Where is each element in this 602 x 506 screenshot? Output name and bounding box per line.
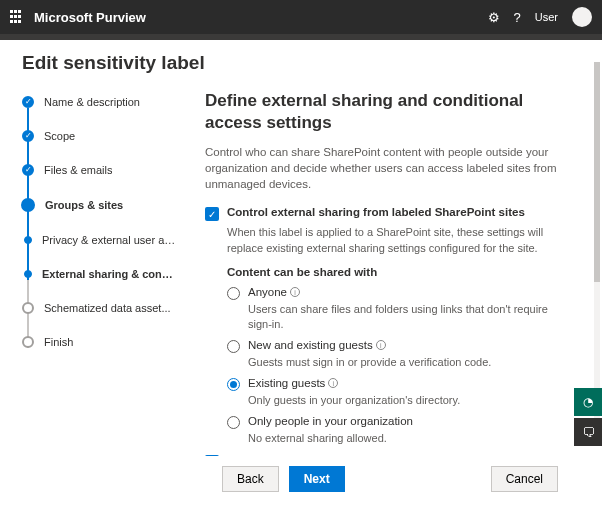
radio-anyone[interactable] [227, 287, 240, 300]
top-bar: Microsoft Purview ⚙ ? User [0, 0, 602, 34]
step-schematized-data[interactable]: Schematized data asset... [22, 302, 187, 336]
step-finish[interactable]: Finish [22, 336, 187, 370]
brand-title: Microsoft Purview [34, 10, 488, 25]
checkbox-azure-ad-conditional[interactable]: ✓ [205, 455, 219, 456]
info-icon[interactable]: i [328, 378, 338, 388]
content-title: Define external sharing and conditional … [205, 90, 572, 134]
help-icon[interactable]: ? [514, 10, 521, 25]
app-launcher-icon[interactable] [10, 10, 24, 24]
step-groups-sites[interactable]: Groups & sites [22, 198, 187, 234]
feedback-tab-icon[interactable]: ◔ [574, 388, 602, 416]
checkbox-label: Control external sharing from labeled Sh… [227, 206, 525, 218]
step-files-emails[interactable]: Files & emails [22, 164, 187, 198]
page-title: Edit sensitivity label [22, 52, 580, 74]
scrollbar[interactable] [594, 62, 600, 422]
checkbox-label-2: Use Azure AD Conditional Access to prote… [227, 454, 572, 456]
radio-existing-guests[interactable] [227, 378, 240, 391]
step-privacy-external[interactable]: Privacy & external user acc... [22, 234, 187, 268]
checkbox-control-external-sharing[interactable]: ✓ [205, 207, 219, 221]
info-icon[interactable]: i [376, 340, 386, 350]
info-icon[interactable]: i [290, 287, 300, 297]
content-pane: Define external sharing and conditional … [187, 90, 580, 456]
gear-icon[interactable]: ⚙ [488, 10, 500, 25]
next-button[interactable]: Next [289, 466, 345, 492]
step-name-description[interactable]: Name & description [22, 96, 187, 130]
wizard-footer: Back Next Cancel [22, 456, 580, 506]
step-scope[interactable]: Scope [22, 130, 187, 164]
chat-tab-icon[interactable]: 🗨 [574, 418, 602, 446]
wizard-stepper: Name & description Scope Files & emails … [22, 90, 187, 456]
avatar[interactable] [572, 7, 592, 27]
radio-group-label: Content can be shared with [227, 266, 572, 278]
content-description: Control who can share SharePoint content… [205, 144, 572, 192]
step-external-sharing[interactable]: External sharing & condit... [22, 268, 187, 302]
cancel-button[interactable]: Cancel [491, 466, 558, 492]
section1-desc: When this label is applied to a SharePoi… [227, 225, 572, 256]
user-label: User [535, 11, 558, 23]
radio-only-org[interactable] [227, 416, 240, 429]
scrollbar-thumb[interactable] [594, 62, 600, 282]
back-button[interactable]: Back [222, 466, 279, 492]
radio-new-existing-guests[interactable] [227, 340, 240, 353]
